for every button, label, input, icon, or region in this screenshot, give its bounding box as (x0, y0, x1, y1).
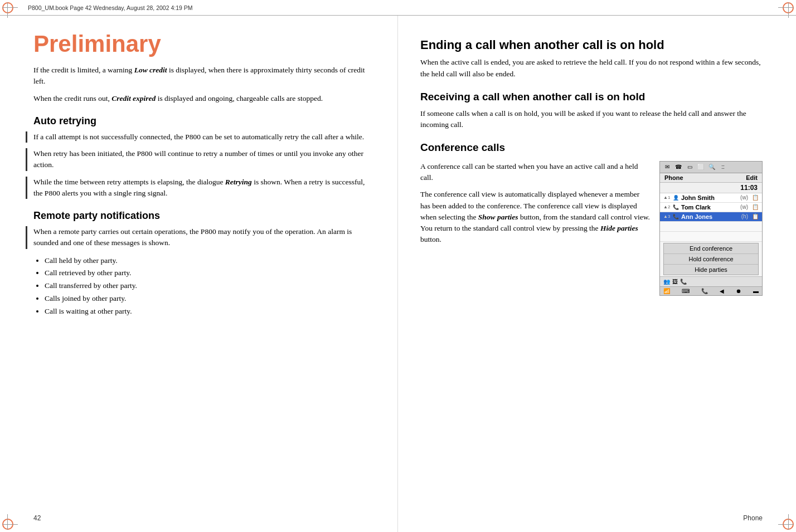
status-circle-icon: ⏺ (736, 288, 741, 294)
remote-party-bullets: Call held by other party. Call retrieved… (45, 255, 375, 319)
conf-para-1: A conference call can be started when yo… (420, 161, 651, 184)
right-column: Ending a call when another call is on ho… (398, 16, 796, 532)
toolbar-search-icon: ⬜ (697, 163, 705, 171)
contact-row-1: ▲1 👤 John Smith (w) 📋 (660, 193, 762, 203)
status-kbd-icon: ⌨ (682, 288, 690, 294)
status-bar-icon: ▬ (753, 288, 759, 294)
auto-retry-para-1: If a call attempt is not successfully co… (33, 131, 375, 143)
toolbar-grid-icon: :: (719, 163, 727, 171)
ending-call-body: When the active call is ended, you are a… (420, 57, 763, 80)
conference-text: A conference call can be started when yo… (420, 161, 651, 296)
intro-paragraph-2: When the credit runs out, Credit expired… (33, 93, 375, 104)
toolbar-phone-icon: ☎ (674, 163, 682, 171)
contact-icon-1: 👤 (673, 195, 679, 201)
conf-para-2: The conference call view is automaticall… (420, 189, 651, 245)
phone-status-bar: 📶 ⌨ 📞 ◀ ⏺ ▬ (660, 286, 762, 295)
heading-conference-calls: Conference calls (420, 141, 763, 154)
contact-type-1: (w) (740, 194, 748, 201)
contact-name-3: Ann Jones (681, 213, 740, 220)
contact-row-3: ▲3 📞 Ann Jones (h) 📋 (660, 212, 762, 222)
bottom-icon-camera: 🖼 (672, 279, 678, 285)
toolbar-email-icon: ✉ (663, 163, 671, 171)
heading-ending-call: Ending a call when another call is on ho… (420, 38, 763, 52)
bullet-1: Call held by other party. (45, 255, 375, 267)
contact-action-2: 📋 (752, 204, 759, 210)
bullet-2: Call retrieved by other party. (45, 267, 375, 280)
heading-auto-retrying: Auto retrying (33, 115, 375, 127)
bottom-icon-phone: 📞 (680, 279, 687, 285)
page-footer: 42 Phone (33, 514, 763, 522)
contact-num-3: ▲3 (663, 214, 671, 219)
menu-phone[interactable]: Phone (664, 174, 683, 181)
contact-type-2: (w) (740, 204, 748, 210)
status-signal-icon: 📶 (663, 288, 670, 294)
contact-action-3: 📋 (752, 213, 759, 219)
heading-receiving-call: Receiving a call when another call is on… (420, 91, 763, 104)
contact-name-2: Tom Clark (681, 204, 739, 211)
status-phone-icon: 📞 (701, 288, 708, 294)
bullet-4: Calls joined by other party. (45, 292, 375, 305)
bottom-icon-contacts: 👥 (663, 279, 670, 285)
heading-remote-party: Remote party notifications (33, 210, 375, 222)
remote-party-para-1: When a remote party carries out certain … (33, 226, 375, 249)
contact-num-1: ▲1 (663, 195, 671, 200)
phone-bottom-row: 👥 🖼 📞 (660, 276, 762, 286)
contact-type-3: (h) (741, 213, 748, 219)
receiving-call-body: If someone calls when a call is on hold,… (420, 108, 763, 131)
phone-toolbar: ✉ ☎ ▭ ⬜ 🔍 :: (660, 162, 762, 173)
empty-row-1 (660, 222, 762, 232)
intro-paragraph-1: If the credit is limited, a warning Low … (33, 65, 375, 87)
header-strip-text: P800_UM.book Page 42 Wednesday, August 2… (28, 4, 193, 11)
page-content: Preliminary If the credit is limited, a … (0, 16, 796, 532)
section-label: Phone (743, 514, 763, 522)
page-header-strip: P800_UM.book Page 42 Wednesday, August 2… (0, 0, 796, 16)
contact-row-2: ▲2 📞 Tom Clark (w) 📋 (660, 203, 762, 212)
menu-item-end-conference[interactable]: End conference (664, 243, 758, 254)
contact-num-2: ▲2 (663, 204, 671, 209)
phone-menu-bar: Phone Edit (660, 173, 762, 183)
contact-action-1: 📋 (752, 194, 759, 201)
contact-name-1: John Smith (681, 194, 739, 201)
menu-item-hide-parties[interactable]: Hide parties (664, 265, 758, 275)
bullet-5: Call is waiting at other party. (45, 305, 375, 318)
toolbar-search2-icon: 🔍 (708, 163, 716, 171)
phone-ui-mockup: ✉ ☎ ▭ ⬜ 🔍 :: Phone Edit 11:03 ▲1 👤 (659, 161, 763, 296)
context-menu: End conference Hold conference Hide part… (663, 243, 759, 275)
auto-retry-para-3: While the time between retry attempts is… (33, 177, 375, 199)
menu-edit[interactable]: Edit (746, 174, 758, 181)
empty-row-2 (660, 232, 762, 242)
left-column: Preliminary If the credit is limited, a … (0, 16, 398, 532)
conference-layout: A conference call can be started when yo… (420, 161, 763, 296)
status-back-icon: ◀ (720, 288, 724, 294)
contact-icon-3: 📞 (673, 214, 679, 219)
contact-icon-2: 📞 (673, 204, 679, 210)
menu-item-hold-conference[interactable]: Hold conference (664, 254, 758, 265)
phone-time: 11:03 (660, 183, 762, 193)
auto-retry-para-2: When retry has been initiated, the P800 … (33, 148, 375, 171)
page-title: Preliminary (33, 32, 375, 56)
toolbar-doc-icon: ▭ (686, 163, 693, 171)
bullet-3: Call transferred by other party. (45, 280, 375, 292)
page-number: 42 (33, 514, 41, 522)
